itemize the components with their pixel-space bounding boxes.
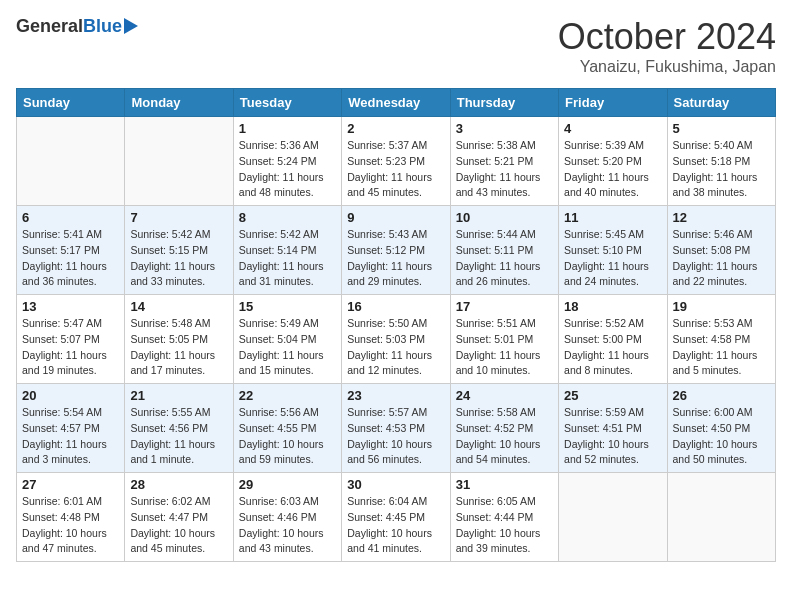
day-number: 5 (673, 121, 770, 136)
calendar-cell: 24Sunrise: 5:58 AM Sunset: 4:52 PM Dayli… (450, 384, 558, 473)
day-info: Sunrise: 5:42 AM Sunset: 5:14 PM Dayligh… (239, 227, 336, 290)
calendar-cell: 17Sunrise: 5:51 AM Sunset: 5:01 PM Dayli… (450, 295, 558, 384)
weekday-header-saturday: Saturday (667, 89, 775, 117)
calendar-cell: 27Sunrise: 6:01 AM Sunset: 4:48 PM Dayli… (17, 473, 125, 562)
weekday-header-friday: Friday (559, 89, 667, 117)
weekday-header-row: SundayMondayTuesdayWednesdayThursdayFrid… (17, 89, 776, 117)
day-info: Sunrise: 5:57 AM Sunset: 4:53 PM Dayligh… (347, 405, 444, 468)
day-number: 16 (347, 299, 444, 314)
calendar-cell: 19Sunrise: 5:53 AM Sunset: 4:58 PM Dayli… (667, 295, 775, 384)
day-number: 21 (130, 388, 227, 403)
day-number: 8 (239, 210, 336, 225)
calendar-cell: 8Sunrise: 5:42 AM Sunset: 5:14 PM Daylig… (233, 206, 341, 295)
day-info: Sunrise: 5:47 AM Sunset: 5:07 PM Dayligh… (22, 316, 119, 379)
calendar-cell: 16Sunrise: 5:50 AM Sunset: 5:03 PM Dayli… (342, 295, 450, 384)
logo-blue-text: Blue (83, 16, 122, 37)
logo: General Blue (16, 16, 138, 37)
header: General Blue October 2024 Yanaizu, Fukus… (16, 16, 776, 76)
calendar-table: SundayMondayTuesdayWednesdayThursdayFrid… (16, 88, 776, 562)
day-info: Sunrise: 5:40 AM Sunset: 5:18 PM Dayligh… (673, 138, 770, 201)
calendar-week-row: 6Sunrise: 5:41 AM Sunset: 5:17 PM Daylig… (17, 206, 776, 295)
calendar-week-row: 13Sunrise: 5:47 AM Sunset: 5:07 PM Dayli… (17, 295, 776, 384)
day-number: 19 (673, 299, 770, 314)
calendar-cell: 23Sunrise: 5:57 AM Sunset: 4:53 PM Dayli… (342, 384, 450, 473)
weekday-header-wednesday: Wednesday (342, 89, 450, 117)
day-number: 2 (347, 121, 444, 136)
day-info: Sunrise: 5:52 AM Sunset: 5:00 PM Dayligh… (564, 316, 661, 379)
calendar-cell: 11Sunrise: 5:45 AM Sunset: 5:10 PM Dayli… (559, 206, 667, 295)
calendar-cell (559, 473, 667, 562)
calendar-cell: 21Sunrise: 5:55 AM Sunset: 4:56 PM Dayli… (125, 384, 233, 473)
day-info: Sunrise: 6:04 AM Sunset: 4:45 PM Dayligh… (347, 494, 444, 557)
day-number: 10 (456, 210, 553, 225)
day-number: 7 (130, 210, 227, 225)
calendar-week-row: 27Sunrise: 6:01 AM Sunset: 4:48 PM Dayli… (17, 473, 776, 562)
day-number: 18 (564, 299, 661, 314)
calendar-cell: 25Sunrise: 5:59 AM Sunset: 4:51 PM Dayli… (559, 384, 667, 473)
day-info: Sunrise: 5:56 AM Sunset: 4:55 PM Dayligh… (239, 405, 336, 468)
calendar-cell (125, 117, 233, 206)
calendar-cell: 22Sunrise: 5:56 AM Sunset: 4:55 PM Dayli… (233, 384, 341, 473)
day-info: Sunrise: 5:58 AM Sunset: 4:52 PM Dayligh… (456, 405, 553, 468)
calendar-cell: 30Sunrise: 6:04 AM Sunset: 4:45 PM Dayli… (342, 473, 450, 562)
day-info: Sunrise: 5:59 AM Sunset: 4:51 PM Dayligh… (564, 405, 661, 468)
weekday-header-tuesday: Tuesday (233, 89, 341, 117)
day-number: 27 (22, 477, 119, 492)
calendar-cell (17, 117, 125, 206)
calendar-cell: 10Sunrise: 5:44 AM Sunset: 5:11 PM Dayli… (450, 206, 558, 295)
day-number: 24 (456, 388, 553, 403)
calendar-week-row: 1Sunrise: 5:36 AM Sunset: 5:24 PM Daylig… (17, 117, 776, 206)
calendar-cell: 3Sunrise: 5:38 AM Sunset: 5:21 PM Daylig… (450, 117, 558, 206)
day-info: Sunrise: 5:43 AM Sunset: 5:12 PM Dayligh… (347, 227, 444, 290)
day-info: Sunrise: 5:42 AM Sunset: 5:15 PM Dayligh… (130, 227, 227, 290)
weekday-header-sunday: Sunday (17, 89, 125, 117)
day-number: 26 (673, 388, 770, 403)
day-info: Sunrise: 6:02 AM Sunset: 4:47 PM Dayligh… (130, 494, 227, 557)
day-number: 20 (22, 388, 119, 403)
day-info: Sunrise: 5:41 AM Sunset: 5:17 PM Dayligh… (22, 227, 119, 290)
day-number: 9 (347, 210, 444, 225)
day-number: 17 (456, 299, 553, 314)
calendar-cell: 5Sunrise: 5:40 AM Sunset: 5:18 PM Daylig… (667, 117, 775, 206)
day-info: Sunrise: 5:50 AM Sunset: 5:03 PM Dayligh… (347, 316, 444, 379)
day-number: 11 (564, 210, 661, 225)
location-title: Yanaizu, Fukushima, Japan (558, 58, 776, 76)
day-info: Sunrise: 5:51 AM Sunset: 5:01 PM Dayligh… (456, 316, 553, 379)
day-number: 15 (239, 299, 336, 314)
day-info: Sunrise: 5:54 AM Sunset: 4:57 PM Dayligh… (22, 405, 119, 468)
calendar-cell (667, 473, 775, 562)
day-info: Sunrise: 5:37 AM Sunset: 5:23 PM Dayligh… (347, 138, 444, 201)
calendar-cell: 14Sunrise: 5:48 AM Sunset: 5:05 PM Dayli… (125, 295, 233, 384)
day-number: 4 (564, 121, 661, 136)
day-info: Sunrise: 5:53 AM Sunset: 4:58 PM Dayligh… (673, 316, 770, 379)
calendar-cell: 31Sunrise: 6:05 AM Sunset: 4:44 PM Dayli… (450, 473, 558, 562)
day-number: 28 (130, 477, 227, 492)
calendar-cell: 20Sunrise: 5:54 AM Sunset: 4:57 PM Dayli… (17, 384, 125, 473)
day-number: 3 (456, 121, 553, 136)
calendar-cell: 1Sunrise: 5:36 AM Sunset: 5:24 PM Daylig… (233, 117, 341, 206)
calendar-cell: 26Sunrise: 6:00 AM Sunset: 4:50 PM Dayli… (667, 384, 775, 473)
day-number: 29 (239, 477, 336, 492)
day-number: 23 (347, 388, 444, 403)
day-info: Sunrise: 6:00 AM Sunset: 4:50 PM Dayligh… (673, 405, 770, 468)
calendar-cell: 2Sunrise: 5:37 AM Sunset: 5:23 PM Daylig… (342, 117, 450, 206)
day-number: 30 (347, 477, 444, 492)
calendar-cell: 28Sunrise: 6:02 AM Sunset: 4:47 PM Dayli… (125, 473, 233, 562)
day-info: Sunrise: 5:45 AM Sunset: 5:10 PM Dayligh… (564, 227, 661, 290)
calendar-cell: 29Sunrise: 6:03 AM Sunset: 4:46 PM Dayli… (233, 473, 341, 562)
day-number: 6 (22, 210, 119, 225)
month-title: October 2024 (558, 16, 776, 58)
logo-general-text: General (16, 16, 83, 37)
calendar-cell: 7Sunrise: 5:42 AM Sunset: 5:15 PM Daylig… (125, 206, 233, 295)
day-number: 22 (239, 388, 336, 403)
calendar-cell: 18Sunrise: 5:52 AM Sunset: 5:00 PM Dayli… (559, 295, 667, 384)
day-info: Sunrise: 5:55 AM Sunset: 4:56 PM Dayligh… (130, 405, 227, 468)
calendar-cell: 13Sunrise: 5:47 AM Sunset: 5:07 PM Dayli… (17, 295, 125, 384)
day-number: 25 (564, 388, 661, 403)
day-number: 12 (673, 210, 770, 225)
weekday-header-monday: Monday (125, 89, 233, 117)
day-info: Sunrise: 5:36 AM Sunset: 5:24 PM Dayligh… (239, 138, 336, 201)
day-number: 31 (456, 477, 553, 492)
calendar-cell: 9Sunrise: 5:43 AM Sunset: 5:12 PM Daylig… (342, 206, 450, 295)
day-info: Sunrise: 5:48 AM Sunset: 5:05 PM Dayligh… (130, 316, 227, 379)
